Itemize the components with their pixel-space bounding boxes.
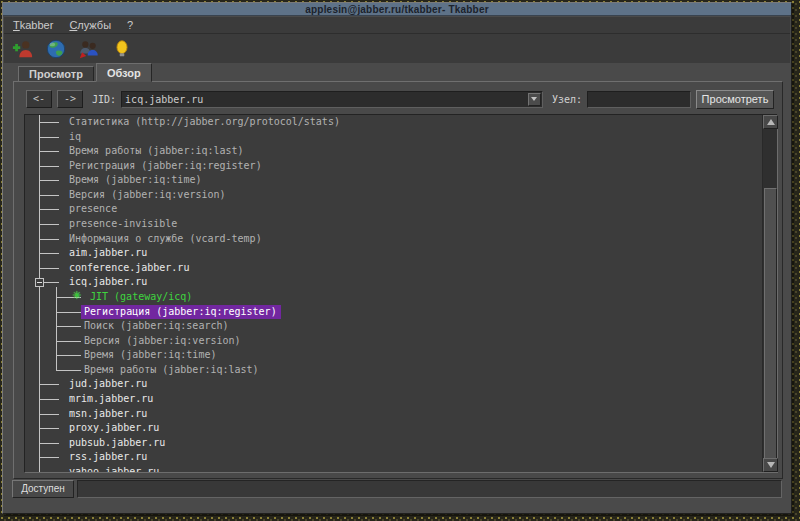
tree-item[interactable]: iq (25, 130, 762, 145)
tree-item[interactable]: Регистрация (jabber:iq:register) (25, 305, 762, 320)
tree-item-label: Время (jabber:iq:time) (84, 349, 216, 360)
desktop: { "window": { "title": "applesin@jabber.… (0, 0, 800, 521)
tree-branch-line (39, 224, 59, 225)
tree-item-label: Версия (jabber:iq:version) (84, 335, 241, 346)
tree-item[interactable]: pubsub.jabber.ru (25, 436, 762, 451)
tree-item[interactable]: proxy.jabber.ru (25, 421, 762, 436)
tree-item[interactable]: mrim.jabber.ru (25, 392, 762, 407)
join-conference-button[interactable] (77, 37, 101, 61)
jid-label: JID: (88, 94, 116, 105)
disco-tree-container: Статистика (http://jabber.org/protocol/s… (24, 114, 778, 473)
tree-item-label: rss.jabber.ru (69, 451, 147, 462)
tree-branch-line (39, 384, 59, 385)
tree-item-label: conference.jabber.ru (69, 262, 189, 273)
menu-bar: Tkabber Службы ? (4, 17, 790, 34)
tab-browse[interactable]: Обзор (96, 63, 152, 82)
node-combobox (587, 91, 691, 108)
tree-item[interactable]: aim.jabber.ru (25, 246, 762, 261)
tree-item-label: Время работы (jabber:iq:last) (69, 145, 244, 156)
browse-services-button[interactable] (44, 37, 68, 61)
tree-item[interactable]: Поиск (jabber:iq:search) (25, 319, 762, 334)
tree-item-label: Поиск (jabber:iq:search) (84, 320, 229, 331)
tree-branch-line (56, 355, 81, 356)
menu-help[interactable]: ? (127, 19, 133, 31)
disco-navbar: <- -> JID: Узел: Просмотреть (26, 89, 774, 109)
tree-collapse-icon[interactable] (35, 278, 44, 287)
tree-branch-line (39, 166, 59, 167)
tree-item-label: Версия (jabber:iq:version) (69, 189, 226, 200)
tree-item[interactable]: ✳JIT (gateway/icq) (25, 290, 762, 305)
menu-services[interactable]: Службы (69, 19, 111, 31)
tree-item[interactable]: presence (25, 202, 762, 217)
tree-item-label: Время работы (jabber:iq:last) (84, 364, 259, 375)
presence-lightbulb-icon (111, 38, 133, 60)
jid-input[interactable] (122, 93, 528, 106)
tree-item[interactable]: Время (jabber:iq:time) (25, 173, 762, 188)
tree-item-label: presence-invisible (69, 218, 177, 229)
tree-branch-line (39, 195, 59, 196)
scroll-down-arrow-icon[interactable] (763, 458, 778, 472)
disco-tree[interactable]: Статистика (http://jabber.org/protocol/s… (25, 115, 762, 472)
tree-item[interactable]: yahoo.jabber.ru (25, 465, 762, 472)
forward-button[interactable]: -> (57, 90, 83, 108)
tree-item[interactable]: Время работы (jabber:iq:last) (25, 144, 762, 159)
tree-branch-line (39, 428, 59, 429)
jid-combobox (121, 91, 543, 108)
tree-item[interactable]: Время работы (jabber:iq:last) (25, 363, 762, 378)
presence-button[interactable] (110, 37, 134, 61)
add-contact-button[interactable] (11, 37, 35, 61)
tree-item[interactable]: jud.jabber.ru (25, 377, 762, 392)
vertical-scrollbar[interactable] (762, 115, 777, 472)
tree-item-label: presence (69, 203, 117, 214)
tree-item[interactable]: rss.jabber.ru (25, 450, 762, 465)
conference-icon (78, 38, 100, 60)
tree-item[interactable]: Версия (jabber:iq:version) (25, 188, 762, 203)
status-bar: Доступен (12, 480, 782, 498)
tree-branch-line (39, 137, 59, 138)
tree-item-label: aim.jabber.ru (69, 247, 147, 258)
status-message-area (77, 480, 782, 498)
tree-item[interactable]: Версия (jabber:iq:version) (25, 334, 762, 349)
tree-item[interactable]: Регистрация (jabber:iq:register) (25, 159, 762, 174)
tab-view[interactable]: Просмотр (18, 66, 94, 82)
tree-item-label: iq (69, 131, 81, 142)
tree-item[interactable]: conference.jabber.ru (25, 261, 762, 276)
status-button[interactable]: Доступен (12, 480, 74, 498)
gateway-star-icon: ✳ (72, 289, 81, 302)
menu-tkabber[interactable]: Tkabber (13, 19, 53, 31)
tree-branch-line (56, 326, 81, 327)
tree-item[interactable]: Время (jabber:iq:time) (25, 348, 762, 363)
jid-dropdown-arrow-icon[interactable] (528, 93, 541, 106)
main-notebook: Просмотр Обзор <- -> JID: Узел: Просмотр… (13, 63, 783, 479)
tree-item-label: msn.jabber.ru (69, 408, 147, 419)
node-label: Узел: (548, 94, 582, 105)
tree-branch-line (39, 151, 59, 152)
tree-item[interactable]: Информация о службе (vcard-temp) (25, 232, 762, 247)
browse-button[interactable]: Просмотреть (696, 90, 774, 109)
tree-branch-line (39, 399, 59, 400)
window-title: applesin@jabber.ru/tkabber- Tkabber (305, 4, 488, 15)
tree-item[interactable]: icq.jabber.ru (25, 275, 762, 290)
tree-item[interactable]: presence-invisible (25, 217, 762, 232)
tree-item-label: JIT (gateway/icq) (90, 291, 192, 302)
tree-branch-line (39, 268, 59, 269)
add-contact-icon (12, 38, 34, 60)
tree-branch-line (39, 239, 59, 240)
tree-item-label: mrim.jabber.ru (69, 393, 153, 404)
tree-item-label: Время (jabber:iq:time) (69, 174, 201, 185)
tree-item[interactable]: msn.jabber.ru (25, 407, 762, 422)
tree-item-label-selected: Регистрация (jabber:iq:register) (81, 305, 281, 319)
tkabber-window: applesin@jabber.ru/tkabber- Tkabber Tkab… (2, 2, 792, 514)
scroll-up-arrow-icon[interactable] (763, 115, 778, 129)
tree-item[interactable]: Статистика (http://jabber.org/protocol/s… (25, 115, 762, 130)
tree-item-label: Статистика (http://jabber.org/protocol/s… (69, 116, 340, 127)
title-bar[interactable]: applesin@jabber.ru/tkabber- Tkabber (3, 3, 791, 16)
tree-item-label: yahoo.jabber.ru (69, 466, 159, 472)
scrollbar-thumb[interactable] (764, 188, 777, 460)
back-button[interactable]: <- (26, 90, 52, 108)
browse-panel: <- -> JID: Узел: Просмотреть Ста (13, 81, 783, 479)
tree-branch-line (39, 122, 59, 123)
tree-branch-line (56, 370, 81, 371)
tab-strip: Просмотр Обзор (13, 63, 783, 82)
tree-item-label: jud.jabber.ru (69, 378, 147, 389)
